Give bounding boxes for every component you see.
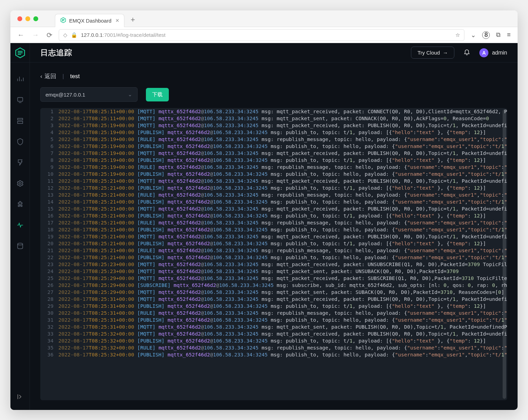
lock-icon: 🔒 [71, 32, 77, 38]
line-number: 3 [40, 122, 58, 129]
log-panel: 12022-08-17T08:25:11+00:00 [MQTT] mqttx_… [40, 108, 507, 400]
line-number: 21 [40, 247, 58, 254]
log-viewport[interactable]: 12022-08-17T08:25:11+00:00 [MQTT] mqttx_… [40, 108, 507, 400]
pocket-icon[interactable]: ⌄ [471, 31, 476, 39]
content: ‹ 返回 | test emqx@127.0.0.1 ⌄ 下载 12022-08… [30, 63, 518, 410]
sidebar-item-extensions[interactable] [10, 194, 30, 215]
line-number: 11 [40, 178, 58, 184]
log-line: 132022-08-17T08:25:21+00:00 [RULE] mqttx… [40, 191, 507, 198]
menu-icon[interactable]: ≡ [507, 31, 511, 39]
log-content: 2022-08-17T08:25:32+00:00 [PUBLISH] mqtt… [58, 337, 507, 344]
line-number: 19 [40, 233, 58, 240]
window-titlebar: EMQX Dashboard × + [10, 10, 518, 27]
log-content: 2022-08-17T08:25:21+00:00 [MQTT] mqttx_6… [58, 233, 507, 240]
scrollbar-vertical[interactable] [503, 109, 506, 399]
arrow-right-icon: → [443, 50, 448, 56]
breadcrumb-back-label: 返回 [44, 72, 56, 80]
log-line: 42022-08-17T08:25:19+00:00 [PUBLISH] mqt… [40, 129, 507, 136]
line-number: 13 [40, 191, 58, 198]
sidebar-item-auth[interactable] [10, 131, 30, 152]
extensions-icon[interactable]: ⧉ [496, 31, 501, 39]
close-window-button[interactable] [17, 16, 22, 21]
app-topbar: 日志追踪 Try Cloud → A admin [30, 43, 518, 63]
sidebar-item-diagnose[interactable] [10, 215, 30, 236]
download-button[interactable]: 下载 [146, 88, 169, 101]
address-bar[interactable]: ◇ 🔒 127.0.0.1:7001/#/log-trace/detail/te… [59, 29, 464, 41]
line-number: 35 [40, 344, 58, 351]
log-content: 2022-08-17T08:25:19+00:00 [PUBLISH] mqtt… [58, 143, 507, 150]
close-tab-icon[interactable]: × [115, 17, 119, 24]
reload-button[interactable]: ⟳ [47, 31, 52, 39]
log-content: 2022-08-17T08:25:32+00:00 [RULE] mqttx_6… [58, 344, 507, 351]
line-number: 7 [40, 150, 58, 157]
log-line: 202022-08-17T08:25:21+00:00 [PUBLISH] mq… [40, 240, 507, 247]
line-number: 8 [40, 157, 58, 164]
log-line: 192022-08-17T08:25:21+00:00 [MQTT] mqttx… [40, 233, 507, 240]
minimize-window-button[interactable] [25, 16, 30, 21]
sidebar-expand-toggle[interactable] [10, 386, 30, 407]
line-number: 1 [40, 108, 58, 115]
line-number: 2 [40, 115, 58, 122]
bookmark-star-icon[interactable]: ☆ [455, 32, 460, 38]
line-number: 12 [40, 184, 58, 191]
log-line: 102022-08-17T08:25:19+00:00 [PUBLISH] mq… [40, 171, 507, 178]
line-number: 20 [40, 240, 58, 247]
log-line: 92022-08-17T08:25:19+00:00 [RULE] mqttx_… [40, 164, 507, 171]
browser-tab[interactable]: EMQX Dashboard × [55, 14, 124, 27]
sidebar-item-rules[interactable] [10, 152, 30, 173]
sidebar-item-system[interactable] [10, 236, 30, 256]
line-number: 30 [40, 310, 58, 316]
svg-point-3 [19, 182, 21, 184]
log-line: 272022-08-17T08:25:29+00:00 [MQTT] mqttx… [40, 289, 507, 296]
line-number: 36 [40, 351, 58, 358]
line-number: 9 [40, 164, 58, 171]
line-number: 34 [40, 337, 58, 344]
traffic-lights [17, 16, 38, 21]
log-line: 112022-08-17T08:25:21+00:00 [MQTT] mqttx… [40, 178, 507, 184]
account-badge[interactable]: 8 [482, 31, 490, 39]
browser-toolbar: ← → ⟳ ◇ 🔒 127.0.0.1:7001/#/log-trace/det… [10, 27, 518, 43]
app-logo[interactable] [10, 43, 30, 63]
sidebar-item-monitor[interactable] [10, 69, 30, 90]
sidebar-item-connections[interactable] [10, 90, 30, 110]
log-content: 2022-08-17T08:25:31+00:00 [PUBLISH] mqtt… [58, 316, 507, 323]
breadcrumb-back[interactable]: ‹ 返回 [40, 72, 56, 80]
line-number: 18 [40, 226, 58, 233]
line-number: 33 [40, 330, 58, 337]
sidebar-item-access[interactable] [10, 110, 30, 131]
log-line: 72022-08-17T08:25:19+00:00 [MQTT] mqttx_… [40, 150, 507, 157]
log-line: 222022-08-17T08:25:21+00:00 [PUBLISH] mq… [40, 254, 507, 261]
line-number: 24 [40, 268, 58, 275]
sidebar [10, 43, 30, 410]
log-line: 332022-08-17T08:25:32+00:00 [MQTT] mqttx… [40, 330, 507, 337]
user-menu[interactable]: A admin [479, 48, 507, 57]
log-content: 2022-08-17T08:25:11+00:00 [MQTT] mqttx_6… [58, 108, 507, 115]
maximize-window-button[interactable] [33, 16, 38, 21]
log-content: 2022-08-17T08:25:19+00:00 [RULE] mqttx_6… [58, 136, 507, 143]
new-tab-button[interactable]: + [127, 15, 139, 24]
log-line: 162022-08-17T08:25:21+00:00 [PUBLISH] mq… [40, 212, 507, 219]
log-content: 2022-08-17T08:25:31+00:00 [MQTT] mqttx_6… [58, 296, 507, 303]
node-select[interactable]: emqx@127.0.0.1 ⌄ [40, 87, 138, 102]
sidebar-item-settings[interactable] [10, 173, 30, 194]
breadcrumb: ‹ 返回 | test [30, 63, 518, 87]
log-content: 2022-08-17T08:25:19+00:00 [MQTT] mqttx_6… [58, 150, 507, 157]
bell-icon[interactable] [463, 48, 470, 57]
line-number: 4 [40, 129, 58, 136]
controls-row: emqx@127.0.0.1 ⌄ 下载 [30, 87, 518, 108]
log-content: 2022-08-17T08:25:23+00:00 [MQTT] mqttx_6… [58, 268, 507, 275]
log-line: 282022-08-17T08:25:31+00:00 [MQTT] mqttx… [40, 296, 507, 303]
line-number: 31 [40, 316, 58, 323]
log-content: 2022-08-17T08:25:19+00:00 [PUBLISH] mqtt… [58, 129, 507, 136]
log-line: 322022-08-17T08:25:31+00:00 [MQTT] mqttx… [40, 323, 507, 330]
line-number: 15 [40, 205, 58, 212]
line-number: 23 [40, 261, 58, 268]
back-button[interactable]: ← [17, 31, 24, 39]
log-line: 302022-08-17T08:25:31+00:00 [RULE] mqttx… [40, 310, 507, 316]
url-port: :7001 [103, 32, 116, 38]
log-content: 2022-08-17T08:25:19+00:00 [RULE] mqttx_6… [58, 164, 507, 171]
try-cloud-button[interactable]: Try Cloud → [411, 47, 454, 59]
log-content: 2022-08-17T08:25:21+00:00 [PUBLISH] mqtt… [58, 184, 507, 191]
log-content: 2022-08-17T08:25:19+00:00 [PUBLISH] mqtt… [58, 171, 507, 178]
forward-button[interactable]: → [32, 31, 39, 39]
